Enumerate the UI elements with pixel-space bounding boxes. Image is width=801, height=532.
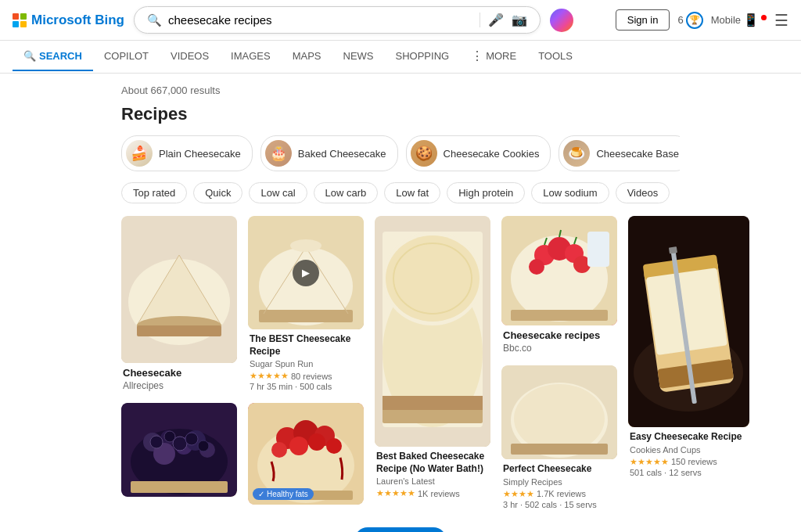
svg-rect-67 xyxy=(669,246,677,253)
healthy-fats-badge: ✓ Healthy fats xyxy=(253,488,314,500)
recipe-column-4: Cheesecake recipes Bbc.co Perfect Cheese… xyxy=(501,216,617,513)
recipe-card-best-cheesecake[interactable]: ▶ The BEST Cheesecake Recipe Sugar Spun … xyxy=(248,216,364,395)
copilot-orb[interactable] xyxy=(550,9,573,32)
recipe-chips-container: 🍰 Plain Cheesecake 🎂 Baked Cheesecake 🍪 … xyxy=(121,135,680,171)
header-actions: Sign in 6 🏆 Mobile 📱 ☰ xyxy=(616,9,788,31)
logo-text: Microsoft Bing xyxy=(31,13,124,28)
rewards-icon[interactable]: 🏆 xyxy=(686,12,703,29)
card-title: Easy Cheesecake Recipe xyxy=(630,431,748,444)
svg-point-14 xyxy=(150,436,163,448)
svg-point-49 xyxy=(529,259,544,275)
nav-item-tools[interactable]: TOOLS xyxy=(527,42,584,71)
hamburger-menu-icon[interactable]: ☰ xyxy=(774,11,788,30)
card-meta: 3 hr · 502 cals · 15 servs xyxy=(503,500,616,509)
nav-item-copilot[interactable]: COPILOT xyxy=(93,42,160,71)
recipe-column-5: Easy Cheesecake Recipe Cookies And Cups … xyxy=(628,216,749,481)
card-title: Perfect Cheesecake xyxy=(503,463,616,476)
svg-point-58 xyxy=(514,384,605,453)
card-review-count: 1.7K reviews xyxy=(537,489,586,498)
card-review-count: 80 reviews xyxy=(291,372,332,381)
card-stars: ★★★★★ xyxy=(630,457,669,467)
nav-item-more[interactable]: ⋮ MORE xyxy=(460,41,527,73)
phone-icon: 📱 xyxy=(743,13,759,27)
card-title: Best Baked Cheesecake Recipe (No Water B… xyxy=(376,451,489,475)
recipe-card-cheesecake-allrecipes[interactable]: Cheesecake Allrecipes xyxy=(121,216,237,395)
card-source: Bbc.co xyxy=(503,343,616,354)
chip-baked-cheesecake[interactable]: 🎂 Baked Cheesecake xyxy=(260,135,398,171)
mic-icon[interactable]: 🎤 xyxy=(488,13,504,27)
nav-item-search[interactable]: 🔍 SEARCH xyxy=(13,42,93,71)
header: Microsoft Bing 🔍 🎤 📷 Sign in 6 🏆 Mobile … xyxy=(0,0,801,41)
card-title: Cheesecake recipes xyxy=(503,329,616,341)
recipe-column-3: Best Baked Cheesecake Recipe (No Water B… xyxy=(375,216,490,502)
card-source: Simply Recipes xyxy=(503,477,616,487)
card-source: Allrecipes xyxy=(123,380,235,391)
filter-high-protein[interactable]: High protein xyxy=(447,182,525,203)
card-meta: 501 cals · 12 servs xyxy=(630,468,748,477)
svg-rect-22 xyxy=(259,310,353,322)
notification-count: 6 🏆 xyxy=(677,12,702,29)
results-count: About 667,000 results xyxy=(121,84,680,96)
bing-logo[interactable]: Microsoft Bing xyxy=(13,13,124,28)
recipe-card-perfect[interactable]: Perfect Cheesecake Simply Recipes ★★★★ 1… xyxy=(501,365,617,513)
svg-point-17 xyxy=(185,433,198,445)
card-stars: ★★★★★ xyxy=(376,488,415,498)
svg-rect-42 xyxy=(383,396,483,410)
nav-item-maps[interactable]: MAPS xyxy=(282,42,332,71)
sign-in-button[interactable]: Sign in xyxy=(616,9,670,31)
card-stars: ★★★★★ xyxy=(250,371,289,381)
filter-low-cal[interactable]: Low cal xyxy=(249,182,307,203)
svg-point-16 xyxy=(173,437,187,451)
card-title: Cheesecake xyxy=(123,367,235,379)
mobile-label: Mobile 📱 xyxy=(711,13,767,27)
nav-item-videos[interactable]: VIDEOS xyxy=(160,42,220,71)
filter-top-rated[interactable]: Top rated xyxy=(121,182,187,203)
search-magnifier-icon: 🔍 xyxy=(147,13,162,27)
card-review-count: 1K reviews xyxy=(418,489,460,498)
svg-rect-5 xyxy=(137,325,221,336)
svg-point-31 xyxy=(289,437,308,455)
filter-low-sodium[interactable]: Low sodium xyxy=(531,182,609,203)
recipe-card-cherry[interactable]: ✓ Healthy fats xyxy=(248,403,364,505)
chip-cheesecake-cookies[interactable]: 🍪 Cheesecake Cookies xyxy=(406,135,551,171)
camera-icon[interactable]: 📷 xyxy=(512,13,527,27)
search-nav-icon: 🔍 xyxy=(23,50,36,62)
recipe-card-easy[interactable]: Easy Cheesecake Recipe Cookies And Cups … xyxy=(628,216,749,481)
search-input[interactable] xyxy=(168,13,473,27)
svg-point-25 xyxy=(290,239,321,252)
svg-point-33 xyxy=(271,442,287,458)
see-more-button[interactable]: See more ▾ xyxy=(354,527,447,532)
nav-item-images[interactable]: IMAGES xyxy=(220,42,282,71)
filter-low-fat[interactable]: Low fat xyxy=(384,182,440,203)
filter-chips-container: Top rated Quick Low cal Low carb Low fat… xyxy=(121,182,680,203)
svg-point-40 xyxy=(386,235,480,322)
card-title: The BEST Cheesecake Recipe xyxy=(250,333,362,358)
recipe-column-1: Cheesecake Allrecipes xyxy=(121,216,237,497)
svg-rect-55 xyxy=(511,310,608,321)
see-more-wrapper: See more ▾ xyxy=(121,527,680,532)
card-stars: ★★★★ xyxy=(503,489,534,499)
navigation: 🔍 SEARCH COPILOT VIDEOS IMAGES MAPS NEWS… xyxy=(0,41,801,74)
recipe-grid: Cheesecake Allrecipes xyxy=(121,216,680,513)
chip-plain-cheesecake[interactable]: 🍰 Plain Cheesecake xyxy=(121,135,253,171)
recipe-card-bbc[interactable]: Cheesecake recipes Bbc.co xyxy=(501,216,617,358)
svg-point-18 xyxy=(198,440,209,451)
filter-quick[interactable]: Quick xyxy=(193,182,242,203)
nav-item-news[interactable]: NEWS xyxy=(332,42,385,71)
section-title: Recipes xyxy=(121,104,680,124)
nav-item-shopping[interactable]: SHOPPING xyxy=(385,42,461,71)
card-source: Sugar Spun Run xyxy=(250,359,362,368)
recipe-card-best-baked[interactable]: Best Baked Cheesecake Recipe (No Water B… xyxy=(375,216,490,502)
card-source: Lauren's Latest xyxy=(376,476,489,486)
search-bar: 🔍 🎤 📷 xyxy=(134,6,541,34)
content-area: About 667,000 results Recipes 🍰 Plain Ch… xyxy=(0,74,801,532)
svg-rect-19 xyxy=(131,481,228,493)
recipe-column-2: ▶ The BEST Cheesecake Recipe Sugar Spun … xyxy=(248,216,364,505)
card-source: Cookies And Cups xyxy=(630,445,748,455)
svg-rect-54 xyxy=(587,232,609,267)
filter-videos[interactable]: Videos xyxy=(616,182,670,203)
recipe-card-blueberry[interactable] xyxy=(121,403,237,497)
chip-cheesecake-base[interactable]: 🍮 Cheesecake Base xyxy=(559,135,680,171)
svg-rect-59 xyxy=(511,444,608,455)
filter-low-carb[interactable]: Low carb xyxy=(314,182,379,203)
